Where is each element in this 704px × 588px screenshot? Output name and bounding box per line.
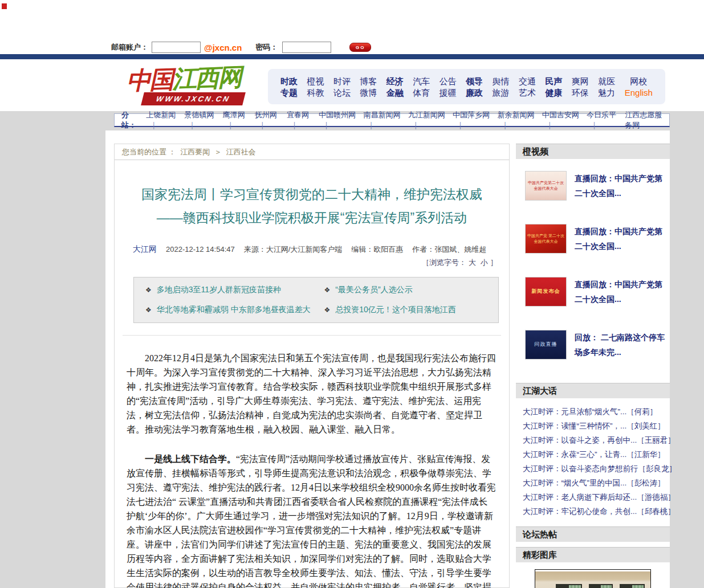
subsite-link[interactable]: 景德镇网 [185, 110, 223, 130]
nav-item[interactable]: 橙视 [307, 77, 324, 85]
email-domain-suffix: @jxcn.cn [204, 43, 242, 52]
fontsize-small-button[interactable]: 小 [481, 258, 488, 267]
video-thumbnail: 新闻发布会 [525, 277, 567, 307]
subsite-bar: 分站： 上饶新闻 景德镇网 鹰潭网 抚州网 宜春网 中国赣州网 南昌新闻网 九江… [114, 113, 670, 127]
video-title: 直播回放：中国共产党第二十次全国... [575, 171, 666, 201]
fontsize-control: ［浏览字号：大小］ [115, 258, 509, 268]
gallery-photo[interactable] [535, 569, 651, 588]
video-item[interactable]: 中国共产党第二十次全国代表大会 直播回放：中国共产党第二十次全国... [525, 171, 670, 201]
fontsize-large-button[interactable]: 大 [469, 258, 476, 267]
subsite-label: 分站： [121, 110, 140, 130]
site-logo[interactable]: 中国江西网 WWW.JXCN.CN [127, 63, 246, 108]
comment-link[interactable]: 大江时评：元旦浓郁“烟火气”...［何莉］ [523, 405, 670, 419]
comment-link[interactable]: 大江时评：以奋斗之姿，再创中...［王丽君］ [523, 433, 670, 447]
nav-item[interactable]: 论坛 [333, 88, 351, 97]
mail-login-bar: 邮箱账户： @jxcn.cn 密码： GO [111, 41, 371, 54]
nav-item[interactable]: 交通 [519, 77, 536, 85]
subsite-link[interactable]: 中国赣州网 [319, 110, 363, 130]
nav-item[interactable]: 民声 [545, 77, 562, 85]
video-thumbnail: 问政直播 [525, 330, 567, 360]
paragraph-lead: 一是线上线下结合学。 [145, 454, 236, 464]
nav-item[interactable]: 援疆 [440, 88, 457, 97]
fontsize-prefix: ［浏览字号： [422, 258, 466, 267]
nav-item[interactable]: 专题 [280, 88, 298, 97]
nav-item[interactable]: 体育 [413, 88, 430, 97]
subsite-link[interactable]: 中国吉安网 [542, 110, 587, 130]
article-datetime: 2022-12-12 14:54:47 [166, 245, 235, 254]
nav-item[interactable]: 时政 [280, 77, 298, 85]
subsite-link[interactable]: 新余新闻网 [497, 110, 542, 130]
subsite-link[interactable]: 九江新闻网 [408, 110, 453, 130]
nav-item[interactable]: 网校 [630, 77, 647, 85]
password-input[interactable] [282, 42, 331, 53]
nav-item[interactable]: 金融 [386, 88, 404, 97]
video-item[interactable]: 新闻发布会 直播回放：中国共产党第二十次全国... [525, 277, 670, 307]
video-thumbnail: 中国共产党第二十次全国代表大会 [525, 171, 567, 201]
source-site-link[interactable]: 大江网 [133, 244, 157, 255]
article-panel: 您当前的位置 ： 江西要闻 ＞ 江西社会 国家宪法周丨学习宣传贯彻党的二十大精神… [114, 144, 510, 588]
email-account-input[interactable] [152, 42, 201, 53]
subsite-link[interactable]: 南昌新闻网 [363, 110, 408, 130]
article-editor: 编辑：欧阳百惠 [351, 244, 403, 255]
top-divider-bar [0, 54, 704, 59]
nav-item[interactable]: 时评 [333, 77, 351, 85]
comment-link[interactable]: 大江时评：“烟火气”里的中国...［彭松涛］ [523, 476, 670, 490]
article-author: 作者：张国斌、姚维超 [412, 244, 486, 255]
comment-link[interactable]: 大江时评：牢记初心使命，共创...［邱春桃］ [523, 504, 670, 518]
nav-item[interactable]: 舆情 [493, 77, 510, 85]
main-navigation: 时政专题 橙视科教 时评论坛 博客微博 经济金融 汽车体育 公告援疆 领导廉政 … [268, 69, 665, 104]
main-content-area: 您当前的位置 ： 江西要闻 ＞ 江西社会 国家宪法周丨学习宣传贯彻党的二十大精神… [105, 130, 670, 588]
login-go-button[interactable]: GO [349, 43, 371, 52]
nav-item-english[interactable]: English [625, 88, 653, 97]
subsite-link[interactable]: 江西志愿服务网 [625, 110, 669, 130]
nav-item[interactable]: 就医 [598, 77, 615, 85]
nav-item[interactable]: 爽网 [572, 77, 589, 85]
related-link[interactable]: ❖华北等地雾和霾减弱 中东部多地昼夜温差大 [137, 305, 316, 315]
breadcrumb-current[interactable]: 江西社会 [226, 148, 256, 156]
nav-item[interactable]: 汽车 [413, 77, 430, 85]
nav-item[interactable]: 环保 [572, 88, 589, 97]
content-divider [123, 335, 501, 336]
video-item[interactable]: 问政直播 回放： 二七南路这个停车场多年未完... [525, 330, 670, 360]
gallery-photo-image [535, 571, 650, 588]
subsite-link[interactable]: 上饶新闻 [146, 110, 184, 130]
nav-item[interactable]: 健康 [545, 88, 562, 97]
train-window [620, 584, 645, 588]
sidebar: 橙视频 中国共产党第二十次全国代表大会 直播回放：中国共产党第二十次全国... … [516, 144, 670, 588]
nav-item[interactable]: 领导 [466, 77, 483, 85]
comment-link[interactable]: 大江时评：老人病逝下葬后却还...［游德福］ [523, 490, 670, 504]
nav-item[interactable]: 经济 [386, 77, 404, 85]
article-paragraph: 一是线上线下结合学。“宪法宣传周”活动期间学校通过播放宣传片、张贴宣传海报、发放… [127, 452, 499, 588]
video-title: 直播回放：中国共产党第二十次全国... [575, 277, 666, 307]
diamond-bullet-icon: ❖ [145, 286, 152, 294]
section-header-gallery: 精彩图库 [516, 547, 670, 562]
nav-item[interactable]: 公告 [440, 77, 457, 85]
related-link[interactable]: ❖多地启动3至11岁人群新冠疫苗接种 [137, 285, 316, 295]
comment-link[interactable]: 大江时评：以奋斗姿态向梦想前行［彭良龙］ [523, 462, 670, 476]
related-link[interactable]: ❖总投资10亿元！这个项目落地江西 [316, 305, 495, 315]
nav-item[interactable]: 微博 [360, 88, 377, 97]
nav-item[interactable]: 艺术 [519, 88, 536, 97]
subsite-link[interactable]: 中国萍乡网 [453, 110, 497, 130]
subsite-link[interactable]: 今日乐平 [587, 110, 625, 130]
related-link[interactable]: ❖“最美公务员”人选公示 [316, 285, 495, 295]
section-header-forum: 论坛热帖 [516, 526, 670, 542]
section-header-video: 橙视频 [516, 144, 670, 159]
nav-item[interactable]: 科教 [307, 88, 324, 97]
comment-link[interactable]: 大江时评：读懂“三种情怀”，...［刘美红］ [523, 419, 670, 433]
subsite-link[interactable]: 鹰潭网 [223, 110, 255, 130]
comment-link[interactable]: 大江时评：永葆“三心”，让青...［江新华］ [523, 447, 670, 462]
article-paragraph: 2022年12月4日是第九个国家宪法日和第五个宪法宣传周，也是我国现行宪法公布施… [127, 351, 499, 436]
nav-item[interactable]: 旅游 [493, 88, 510, 97]
article-source: 来源：大江网/大江新闻客户端 [244, 244, 343, 255]
subsite-link[interactable]: 宜春网 [287, 110, 319, 130]
breadcrumb-section-link[interactable]: 江西要闻 [180, 148, 210, 156]
nav-item[interactable]: 博客 [360, 77, 377, 85]
nav-item[interactable]: 魅力 [598, 88, 615, 97]
video-item[interactable]: 中国共产党 第二十次全国代表大会 直播回放：中国共产党第二十次全国... [525, 224, 670, 254]
related-links-box: ❖多地启动3至11岁人群新冠疫苗接种 ❖“最美公务员”人选公示 ❖华北等地雾和霾… [133, 277, 499, 323]
nav-item[interactable]: 廉政 [466, 88, 483, 97]
fontsize-suffix: ］ [490, 258, 498, 267]
section-gap [516, 542, 670, 547]
subsite-link[interactable]: 抚州网 [255, 110, 287, 130]
